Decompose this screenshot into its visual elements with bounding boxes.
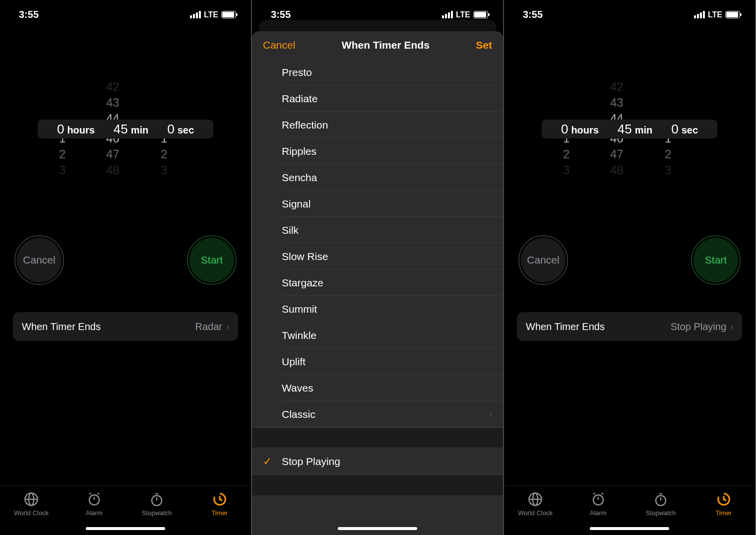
sound-option[interactable]: Summit — [252, 296, 503, 322]
home-indicator[interactable] — [86, 527, 165, 530]
cancel-button[interactable]: Cancel — [17, 238, 62, 282]
stopwatch-icon — [653, 492, 668, 507]
sound-option[interactable]: Sencha — [252, 164, 503, 191]
battery-icon — [725, 11, 740, 18]
sound-option[interactable]: Waves — [252, 375, 503, 401]
picker-sec[interactable]: 0sec — [671, 122, 698, 137]
screen-sound-picker: 3:55 LTE Cancel When Timer Ends Set Pres… — [252, 0, 503, 535]
signal-icon — [190, 11, 201, 18]
picker-selection-band: 0hours 45min 0sec — [542, 120, 717, 138]
sound-option[interactable]: Stargaze — [252, 269, 503, 296]
when-label: When Timer Ends — [22, 321, 101, 333]
alarm-icon — [591, 492, 606, 507]
network-label: LTE — [456, 10, 470, 19]
list-separator — [252, 474, 503, 495]
when-timer-ends-row[interactable]: When Timer Ends Radar › — [13, 312, 238, 341]
timer-icon — [716, 492, 731, 507]
start-button[interactable]: Start — [189, 238, 234, 282]
status-time: 3:55 — [19, 9, 39, 20]
sound-option[interactable]: Ripples — [252, 138, 503, 164]
sound-option[interactable]: Slow Rise — [252, 243, 503, 269]
screen-timer-stop-playing: 3:55 LTE 42 43 44 46 47 48 1 2 3 — [504, 0, 755, 535]
list-separator — [252, 427, 503, 448]
timer-content: 42 43 44 46 47 48 1 2 3 1 2 3 — [504, 24, 755, 485]
timer-content: 42 43 44 46 47 48 1 2 3 1 2 3 — [0, 24, 251, 485]
sound-option[interactable]: Reflection — [252, 112, 503, 138]
when-value: Stop Playing — [671, 321, 726, 333]
status-time: 3:55 — [523, 9, 543, 20]
cancel-button[interactable]: Cancel — [521, 238, 566, 282]
when-value: Radar — [195, 321, 222, 333]
when-timer-ends-row[interactable]: When Timer Ends Stop Playing › — [517, 312, 742, 341]
home-indicator[interactable] — [338, 527, 417, 530]
screen-timer-radar: 3:55 LTE 42 43 44 46 47 48 1 2 3 — [0, 0, 251, 535]
svg-line-16 — [601, 493, 603, 495]
chevron-right-icon: › — [226, 322, 229, 332]
stopwatch-icon — [149, 492, 164, 507]
signal-icon — [442, 11, 453, 18]
sheet-cancel-button[interactable]: Cancel — [263, 39, 295, 51]
picker-min[interactable]: 45min — [618, 122, 652, 137]
picker-hours[interactable]: 0hours — [561, 122, 599, 137]
timer-icon — [212, 492, 227, 507]
tab-timer[interactable]: Timer — [693, 492, 756, 535]
start-button[interactable]: Start — [693, 238, 738, 282]
home-indicator[interactable] — [590, 527, 669, 530]
duration-picker[interactable]: 42 43 44 46 47 48 1 2 3 1 2 3 — [13, 79, 238, 178]
picker-sec[interactable]: 0sec — [167, 122, 194, 137]
globe-icon — [24, 492, 39, 507]
tab-world-clock[interactable]: World Clock — [504, 492, 567, 535]
picker-selection-band: 0hours 45min 0sec — [38, 120, 213, 138]
battery-icon — [473, 11, 488, 18]
chevron-right-icon: › — [489, 409, 492, 419]
tab-timer[interactable]: Timer — [189, 492, 252, 535]
status-bar: 3:55 LTE — [504, 0, 755, 24]
status-right: LTE — [442, 10, 488, 19]
svg-line-6 — [97, 493, 99, 495]
timer-buttons: Cancel Start — [13, 238, 238, 282]
status-right: LTE — [694, 10, 740, 19]
sheet-title: When Timer Ends — [342, 39, 430, 51]
network-label: LTE — [204, 10, 218, 19]
sound-option[interactable]: Uplift — [252, 348, 503, 375]
alarm-icon — [87, 492, 102, 507]
timer-buttons: Cancel Start — [517, 238, 742, 282]
svg-line-15 — [593, 493, 595, 495]
when-label: When Timer Ends — [526, 321, 605, 333]
sound-option[interactable]: Signal — [252, 191, 503, 217]
svg-line-5 — [89, 493, 91, 495]
status-bar: 3:55 LTE — [0, 0, 251, 24]
sound-list[interactable]: Presto Radiate Reflection Ripples Sencha… — [252, 59, 503, 535]
sound-picker-sheet: Cancel When Timer Ends Set Presto Radiat… — [252, 31, 503, 535]
network-label: LTE — [708, 10, 722, 19]
picker-min[interactable]: 45min — [114, 122, 148, 137]
signal-icon — [694, 11, 705, 18]
sheet-header: Cancel When Timer Ends Set — [252, 31, 503, 59]
globe-icon — [528, 492, 543, 507]
tab-world-clock[interactable]: World Clock — [0, 492, 63, 535]
sheet-set-button[interactable]: Set — [476, 39, 492, 51]
status-right: LTE — [190, 10, 236, 19]
sound-option[interactable]: Twinkle — [252, 322, 503, 348]
picker-hours[interactable]: 0hours — [57, 122, 95, 137]
duration-picker[interactable]: 42 43 44 46 47 48 1 2 3 1 2 3 — [517, 79, 742, 178]
sound-option[interactable]: Radiate — [252, 85, 503, 112]
sound-option[interactable]: Silk — [252, 217, 503, 243]
sound-option-classic[interactable]: Classic› — [252, 401, 503, 427]
sound-option-stop-playing[interactable]: ✓ Stop Playing — [252, 448, 503, 474]
checkmark-icon: ✓ — [263, 455, 272, 468]
chevron-right-icon: › — [730, 322, 733, 332]
status-time: 3:55 — [271, 9, 291, 20]
sound-option[interactable]: Presto — [252, 59, 503, 85]
battery-icon — [221, 11, 236, 18]
